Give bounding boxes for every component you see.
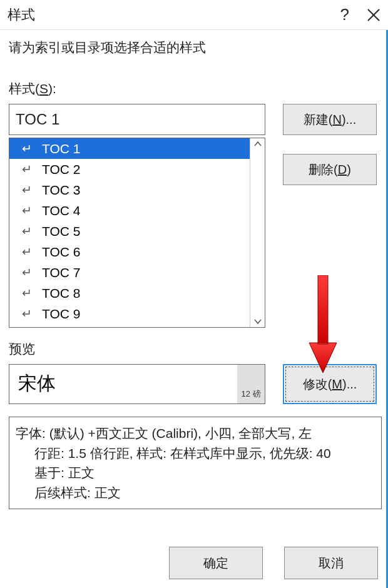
paragraph-icon: ↵: [22, 307, 36, 321]
preview-box: 宋体 12 磅: [9, 364, 265, 404]
list-item[interactable]: ↵TOC 9: [9, 303, 250, 324]
list-item-label: TOC 3: [42, 183, 80, 198]
preview-font-size: 12 磅: [237, 365, 265, 403]
list-item-label: TOC 9: [42, 307, 80, 322]
titlebar: 样式 ?: [0, 0, 388, 30]
paragraph-icon: ↵: [22, 203, 36, 218]
paragraph-icon: ↵: [22, 141, 36, 156]
cancel-button[interactable]: 取消: [284, 547, 378, 579]
close-icon[interactable]: [367, 8, 380, 22]
preview-label: 预览: [9, 340, 380, 358]
desc-line-1: 字体: (默认) +西文正文 (Calibri), 小四, 全部大写, 左: [16, 423, 375, 444]
paragraph-icon: ↵: [22, 183, 36, 197]
style-name-input[interactable]: [9, 104, 265, 135]
modify-button[interactable]: 修改(M)...: [285, 367, 374, 402]
list-item-label: TOC 8: [42, 286, 80, 301]
scrollbar[interactable]: [250, 138, 265, 327]
desc-line-4: 后续样式: 正文: [16, 483, 375, 503]
instruction-text: 请为索引或目录项选择合适的样式: [9, 39, 380, 56]
list-item[interactable]: ↵TOC 5: [9, 221, 250, 241]
modify-button-focus-ring: 修改(M)...: [283, 364, 377, 404]
list-item-label: TOC 1: [42, 141, 80, 156]
list-item[interactable]: ↵TOC 7: [9, 262, 250, 283]
delete-button[interactable]: 删除(D): [283, 154, 377, 185]
scroll-down-icon[interactable]: [254, 318, 262, 325]
list-item[interactable]: ↵TOC 3: [9, 180, 250, 200]
preview-font-name: 宋体: [9, 365, 237, 403]
list-item-label: TOC 7: [42, 265, 80, 280]
paragraph-icon: ↵: [22, 265, 36, 280]
list-item-label: TOC 4: [42, 203, 80, 218]
new-button[interactable]: 新建(N)...: [283, 104, 377, 135]
list-item[interactable]: ↵TOC 2: [9, 159, 250, 180]
style-description: 字体: (默认) +西文正文 (Calibri), 小四, 全部大写, 左 行距…: [9, 417, 382, 509]
styles-listbox[interactable]: ↵TOC 1↵TOC 2↵TOC 3↵TOC 4↵TOC 5↵TOC 6↵TOC…: [9, 138, 265, 328]
desc-line-3: 基于: 正文: [16, 463, 375, 483]
list-item-label: TOC 5: [42, 224, 80, 239]
paragraph-icon: ↵: [22, 245, 36, 259]
paragraph-icon: ↵: [22, 224, 36, 238]
list-item[interactable]: ↵TOC 8: [9, 283, 250, 303]
list-item-label: TOC 2: [42, 162, 80, 177]
dialog-title: 样式: [8, 6, 35, 24]
help-icon[interactable]: ?: [340, 5, 349, 24]
list-item-label: TOC 6: [42, 245, 80, 260]
paragraph-icon: ↵: [22, 162, 36, 176]
list-item[interactable]: ↵TOC 1: [9, 138, 250, 159]
list-item[interactable]: ↵TOC 6: [9, 241, 250, 262]
ok-button[interactable]: 确定: [169, 547, 263, 579]
scroll-up-icon[interactable]: [254, 141, 262, 147]
list-item[interactable]: ↵TOC 4: [9, 200, 250, 221]
styles-label: 样式(S):: [9, 80, 380, 98]
desc-line-2: 行距: 1.5 倍行距, 样式: 在样式库中显示, 优先级: 40: [16, 444, 375, 464]
paragraph-icon: ↵: [22, 286, 36, 300]
